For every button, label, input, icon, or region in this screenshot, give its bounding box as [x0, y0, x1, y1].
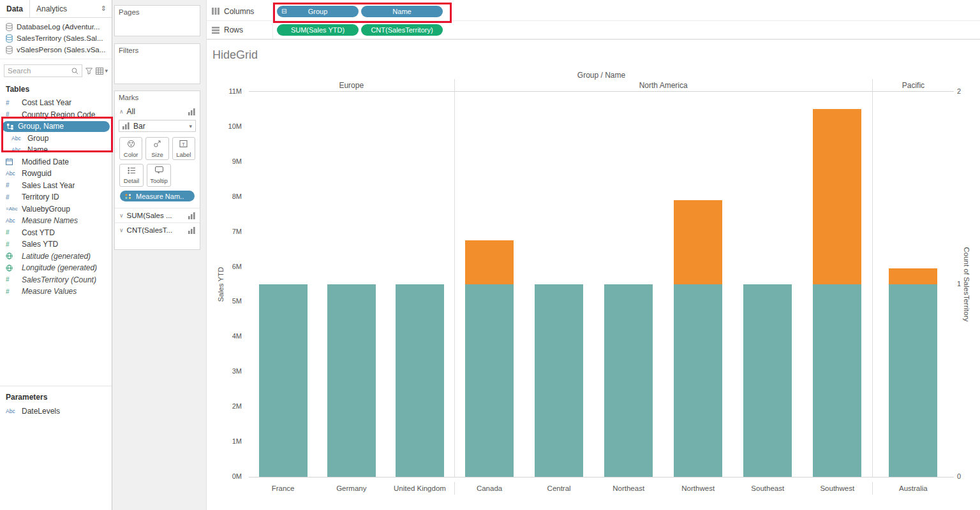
bar-southeast[interactable] — [743, 284, 792, 477]
y-tick-label: 11M — [228, 87, 242, 95]
plot-area — [249, 91, 954, 477]
field-item-name[interactable]: AbcName — [0, 144, 112, 156]
number-field-icon: # — [6, 288, 19, 295]
columns-shelf-label: Columns — [224, 7, 254, 16]
columns-shelf[interactable]: Columns ⊟GroupName — [207, 2, 980, 20]
globe-icon — [6, 252, 19, 259]
field-item-group[interactable]: AbcGroup — [0, 133, 112, 145]
y2-tick-label: 0 — [957, 472, 961, 480]
field-item-country-region-code[interactable]: #Country Region Code — [0, 109, 112, 121]
field-label: Cost Last Year — [22, 98, 71, 107]
field-item-sales-ytd[interactable]: #Sales YTD — [0, 238, 112, 251]
data-pane: Data Analytics ⇕ DatabaseLog (Adventur..… — [0, 0, 112, 510]
column-pill-name[interactable]: Name — [361, 6, 443, 17]
bar-northwest[interactable] — [674, 200, 722, 477]
search-input[interactable]: Search — [4, 64, 82, 77]
bar-northeast[interactable] — [604, 284, 653, 477]
marks-label: Marks — [115, 91, 200, 104]
field-item-latitude-generated[interactable]: Latitude (generated) — [0, 251, 112, 263]
group-header-label-europe: Europe — [249, 79, 454, 91]
tooltip-button[interactable]: Tooltip — [147, 164, 171, 187]
field-label: Longitude (generated) — [22, 263, 97, 272]
label-button[interactable]: TLabel — [172, 137, 195, 160]
sidebar-spacer — [0, 298, 112, 386]
view-options-icon[interactable]: ▾ — [96, 68, 108, 75]
field-item-longitude-generated[interactable]: Longitude (generated) — [0, 262, 112, 274]
bar-central[interactable] — [535, 284, 583, 477]
color-button[interactable]: Color — [119, 137, 142, 160]
filters-shelf[interactable]: Filters — [114, 43, 200, 84]
x-axis-label-canada: Canada — [455, 482, 524, 495]
bar-segment-teal — [327, 284, 376, 477]
datasource-item[interactable]: DatabaseLog (Adventur... — [0, 21, 112, 33]
field-item-measure-names[interactable]: AbcMeasure Names — [0, 215, 112, 227]
field-item-cost-last-year[interactable]: #Cost Last Year — [0, 97, 112, 109]
datasource-list: DatabaseLog (Adventur...SalesTerritory (… — [0, 18, 112, 59]
field-item-salesterritory-count[interactable]: #SalesTerritory (Count) — [0, 274, 112, 286]
tab-data[interactable]: Data — [0, 0, 30, 17]
datasource-item[interactable]: SalesTerritory (Sales.Sal... — [0, 33, 112, 44]
x-label-group-europe: FranceGermanyUnited Kingdom — [249, 482, 454, 495]
color-icon — [127, 140, 135, 150]
marks-card-section-cnt-salest[interactable]: ∨CNT(SalesT... — [115, 222, 200, 237]
size-button[interactable]: Size — [145, 137, 168, 160]
parameter-item-datelevels[interactable]: AbcDateLevels — [0, 405, 112, 418]
bar-australia[interactable] — [889, 268, 937, 477]
bar-germany[interactable] — [327, 284, 376, 477]
search-placeholder: Search — [8, 67, 31, 75]
field-item-territory-id[interactable]: #Territory ID — [0, 191, 112, 203]
field-item-group-name[interactable]: Group, Name — [0, 120, 112, 133]
pages-shelf[interactable]: Pages — [114, 5, 200, 36]
rows-shelf-head: Rows — [207, 21, 273, 39]
mark-type-dropdown[interactable]: Bar ▾ — [119, 120, 196, 132]
search-row: Search ▾ — [4, 64, 108, 77]
mark-type-value: Bar — [133, 122, 145, 131]
x-axis-label-france: France — [249, 482, 317, 495]
bar-segment-teal — [889, 284, 937, 477]
bar-united-kingdom[interactable] — [396, 284, 444, 477]
measure-names-pill[interactable]: Measure Nam.. — [120, 191, 195, 201]
selected-field-pill[interactable]: Group, Name — [2, 121, 110, 132]
bar-canada[interactable] — [465, 240, 514, 477]
field-label: Sales YTD — [22, 240, 58, 249]
row-pill-cnt-salesterritory[interactable]: CNT(SalesTerritory) — [361, 24, 443, 36]
marks-all-row[interactable]: ∧ All — [115, 104, 200, 119]
columns-pill-area: ⊟GroupName — [273, 6, 443, 17]
number-field-icon: # — [6, 276, 19, 283]
filter-icon[interactable] — [85, 68, 93, 75]
plot-group-europe — [249, 92, 454, 477]
datasource-item[interactable]: vSalesPerson (Sales.vSa... — [0, 44, 112, 55]
expand-icon: ∨ — [119, 227, 124, 233]
bar-chart-mini-icon — [188, 108, 195, 115]
detail-button[interactable]: Detail — [119, 164, 144, 187]
row-pill-sum-sales-ytd[interactable]: SUM(Sales YTD) — [277, 24, 359, 36]
chart-header: Group / Name — [249, 71, 954, 80]
parameters-header: Parameters — [0, 391, 112, 405]
field-label: Cost YTD — [22, 228, 55, 237]
tab-analytics[interactable]: Analytics — [30, 0, 73, 17]
field-item-valuebygroup[interactable]: =AbcValuebyGroup — [0, 203, 112, 215]
field-item-sales-last-year[interactable]: #Sales Last Year — [0, 180, 112, 192]
rows-shelf[interactable]: Rows SUM(Sales YTD)CNT(SalesTerritory) — [207, 20, 980, 39]
marks-buttons-row1: ColorSizeTLabel — [115, 137, 200, 160]
field-item-modified-date[interactable]: Modified Date — [0, 156, 112, 168]
calculated-field-icon: =Abc — [6, 206, 19, 212]
field-item-measure-values[interactable]: #Measure Values — [0, 286, 112, 298]
columns-shelf-head: Columns — [207, 2, 273, 20]
marks-card-section-sum-sales[interactable]: ∨SUM(Sales ... — [115, 208, 200, 222]
bar-chart-mini-icon — [188, 212, 195, 219]
field-label: Name — [27, 145, 48, 154]
column-pill-group[interactable]: ⊟Group — [277, 6, 359, 17]
size-icon — [153, 140, 161, 150]
parameter-label: DateLevels — [22, 407, 60, 416]
y-tick-label: 3M — [232, 367, 242, 375]
worksheet-area: Columns ⊟GroupName Rows SUM(Sales YTD)CN… — [207, 0, 980, 510]
field-item-cost-ytd[interactable]: #Cost YTD — [0, 227, 112, 239]
y-axis-ticks: 0M1M2M3M4M5M6M7M8M9M10M11M — [207, 40, 246, 510]
collapse-hierarchy-icon: ⊟ — [281, 8, 286, 15]
bar-southwest[interactable] — [813, 109, 861, 477]
field-item-rowguid[interactable]: AbcRowguid — [0, 168, 112, 180]
bar-france[interactable] — [259, 284, 308, 477]
sort-fields-icon[interactable]: ⇕ — [96, 0, 112, 17]
date-field-icon — [6, 158, 19, 165]
